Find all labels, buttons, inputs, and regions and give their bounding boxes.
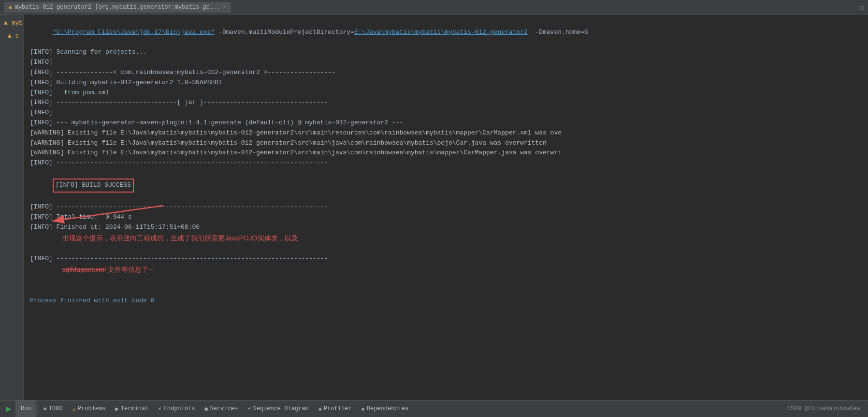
endpoints-label: Endpoints xyxy=(164,405,195,412)
sidebar-item-myb[interactable]: ▲ myb xyxy=(0,16,24,30)
dependencies-label: Dependencies xyxy=(367,405,408,412)
run-button[interactable]: ▶ xyxy=(2,401,16,417)
java-path-link: "C:\Program Files\Java\jdk-17\bin\java.e… xyxy=(53,29,215,36)
tab-label: mybatis-012-generator2 [org.mybatis.gene… xyxy=(15,4,220,11)
console-line-17: [INFO] Finished at: 2024-06-11T15:17:51+… xyxy=(30,223,862,254)
console-line-blank xyxy=(30,286,862,296)
console-line-12: [WARNING] Existing file E:\Java\mybatis\… xyxy=(30,148,862,158)
console-line-7: [INFO] --------------------------------[… xyxy=(30,98,862,108)
console-line-4: [INFO] ---------------< com.rainbowsea:m… xyxy=(30,68,862,78)
console-line-18: [INFO] ---------------------------------… xyxy=(30,254,862,285)
console-line-10: [WARNING] Existing file E:\Java\mybatis\… xyxy=(30,128,862,138)
console-line-14: [INFO] BUILD SUCCESS xyxy=(30,168,862,202)
sidebar: ▲ myb ▲ c xyxy=(0,15,24,400)
console-line-11: [WARNING] Existing file E:\Java\mybatis\… xyxy=(30,138,862,149)
warning-tab-icon: ▲ xyxy=(9,4,12,10)
console-line-20: Process finished with exit code 0 xyxy=(30,296,862,306)
toolbar-item-todo[interactable]: ≡ TODO xyxy=(39,401,68,417)
play-icon: ▶ xyxy=(6,404,12,413)
close-tab-button[interactable]: × xyxy=(223,4,226,10)
toolbar-item-profiler[interactable]: ◈ Profiler xyxy=(314,401,357,417)
todo-icon: ≡ xyxy=(43,405,47,412)
console-line-15: [INFO] ---------------------------------… xyxy=(30,202,862,212)
window-resize-icon[interactable]: ❐ xyxy=(860,3,864,11)
console-line-3: [INFO] xyxy=(30,58,862,68)
sidebar-warning-icon2: ▲ xyxy=(8,32,12,40)
toolbar-item-problems[interactable]: ⚠ Problems xyxy=(68,401,111,417)
sidebar-warning-icon: ▲ xyxy=(4,19,8,27)
console-line-13: [INFO] ---------------------------------… xyxy=(30,158,862,168)
console-line-2: [INFO] Scanning for projects... xyxy=(30,47,862,58)
profiler-label: Profiler xyxy=(324,405,352,412)
toolbar-right-text: CSDN @ChinaRainbowSea xyxy=(787,405,866,412)
services-icon: ◉ xyxy=(204,405,208,413)
console-output: "C:\Program Files\Java\jdk-17\bin\java.e… xyxy=(24,15,868,400)
active-tab[interactable]: ▲ mybatis-012-generator2 [org.mybatis.ge… xyxy=(4,2,231,13)
endpoints-icon: ⚡ xyxy=(158,405,161,413)
console-line-6: [INFO] from pom.xml xyxy=(30,88,862,98)
toolbar-separator-1 xyxy=(37,404,38,414)
problems-icon: ⚠ xyxy=(72,405,76,413)
console-command-rest: -Dmaven.multiModuleProjectDirectory=E:\J… xyxy=(215,29,588,36)
build-success-box: [INFO] BUILD SUCCESS xyxy=(53,179,134,193)
bottom-toolbar: ▶ Run ≡ TODO ⚠ Problems ▶ Terminal ⚡ End… xyxy=(0,400,868,417)
sequence-icon: ⚡ xyxy=(247,405,251,413)
toolbar-item-run[interactable]: Run xyxy=(16,401,36,417)
todo-label: TODO xyxy=(49,405,63,412)
sidebar-c-label: c xyxy=(15,32,19,40)
console-line-8: [INFO] xyxy=(30,108,862,118)
terminal-icon: ▶ xyxy=(115,405,118,413)
run-label: Run xyxy=(21,405,31,412)
console-line-5: [INFO] Building mybatis-012-generator2 1… xyxy=(30,78,862,88)
profiler-icon: ◈ xyxy=(318,405,322,413)
main-layout: ▲ myb ▲ c "C:\Program Files\Java\jdk-17\… xyxy=(0,15,868,400)
annotation-line1: 出现这个提示，表示逆向工程成功，生成了我们所需要JavaPOJO实体类，以及 xyxy=(62,234,298,242)
title-bar: ▲ mybatis-012-generator2 [org.mybatis.ge… xyxy=(0,0,868,15)
sidebar-myb-label: myb xyxy=(12,19,23,27)
console-line-16: [INFO] Total time: 0.944 s xyxy=(30,212,862,223)
annotation-line2-part1: sqlMapper.xml xyxy=(62,266,106,273)
annotation-line2-part2: 文件等信息了-- xyxy=(106,266,153,273)
sidebar-item-c[interactable]: ▲ c xyxy=(0,30,24,43)
console-line-1: "C:\Program Files\Java\jdk-17\bin\java.e… xyxy=(30,17,862,47)
toolbar-item-endpoints[interactable]: ⚡ Endpoints xyxy=(153,401,200,417)
toolbar-item-sequence[interactable]: ⚡ Sequence Diagram xyxy=(243,401,313,417)
terminal-label: Terminal xyxy=(121,405,149,412)
toolbar-item-terminal[interactable]: ▶ Terminal xyxy=(110,401,153,417)
dependencies-icon: ◈ xyxy=(362,405,365,413)
problems-label: Problems xyxy=(78,405,106,412)
toolbar-item-dependencies[interactable]: ◈ Dependencies xyxy=(357,401,414,417)
sequence-label: Sequence Diagram xyxy=(253,405,308,412)
toolbar-item-services[interactable]: ◉ Services xyxy=(200,401,243,417)
console-line-9: [INFO] --- mybatis-generator-maven-plugi… xyxy=(30,118,862,128)
services-label: Services xyxy=(210,405,238,412)
